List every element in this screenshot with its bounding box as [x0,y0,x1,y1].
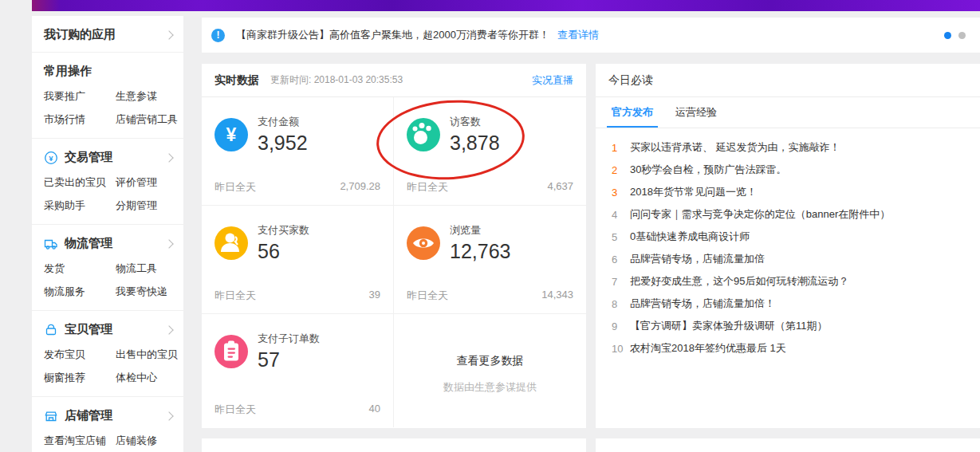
realtime-panel-header: 实时数据 更新时间: 2018-01-03 20:35:53 实况直播 [202,64,586,97]
clipboard-icon [214,335,248,368]
list-item[interactable]: 7 把爱好变成生意，这个95后如何玩转潮流运动？ [612,270,964,293]
list-item[interactable]: 9 【官方调研】卖家体验升级调研（第11期） [612,315,964,337]
sidebar-link-market[interactable]: 市场行情 [44,113,116,125]
metric-card-pay-buyers[interactable]: 支付买家数 56 昨日全天 39 [202,206,394,314]
metric-footer: 昨日全天 4,637 [407,180,573,195]
sidebar-item-items[interactable]: 宝贝管理 [44,322,177,337]
carousel-dot-1[interactable] [944,32,951,39]
metric-grid: ¥ 支付金额 3,952 昨日全天 2,709.28 [202,97,586,427]
metric-footer: 昨日全天 14,343 [407,289,573,303]
metric-label: 浏览量 [450,223,510,238]
section-title-label: 物流管理 [65,236,112,251]
info-icon: ! [211,29,225,42]
sidebar-item-trade[interactable]: ¥ 交易管理 [44,150,177,165]
item-number: 5 [612,231,630,243]
sidebar-link-sycm[interactable]: 生意参谋 [116,90,178,102]
item-number: 1 [612,142,630,154]
item-text: 30秒学会自检，预防广告法踩雷。 [630,163,786,177]
section-title-common-ops: 常用操作 [44,64,177,79]
metric-top: 访客数 3,878 [407,115,573,155]
sidebar-link-showcase[interactable]: 橱窗推荐 [44,371,116,383]
metric-meta: 访客数 3,878 [450,115,500,155]
sidebar-link-purchase-assist[interactable]: 采购助手 [44,199,116,211]
item-text: 买家以违背承诺、 延迟发货为由，实施敲诈！ [630,140,840,155]
metric-footer: 昨日全天 40 [214,403,380,417]
metric-footer: 昨日全天 39 [214,289,380,303]
metric-top: 支付子订单数 57 [214,332,380,371]
list-item[interactable]: 1 买家以违背承诺、 延迟发货为由，实施敲诈！ [612,136,964,159]
sidebar-link-logistics-tools[interactable]: 物流工具 [116,262,177,274]
realtime-data-panel: 实时数据 更新时间: 2018-01-03 20:35:53 实况直播 ¥ 支付… [202,64,586,428]
footer-value: 40 [369,403,380,417]
footer-label: 昨日全天 [214,180,256,195]
item-number: 10 [612,343,630,355]
chevron-right-icon [164,153,173,162]
svg-text:¥: ¥ [49,153,53,162]
sidebar-link-promote[interactable]: 我要推广 [44,90,116,102]
list-item[interactable]: 5 0基础快速养成电商设计师 [612,226,964,248]
tab-operation-experience[interactable]: 运营经验 [675,97,717,128]
section-title-label: 店铺管理 [65,408,112,423]
sidebar-item-logistics[interactable]: 物流管理 [44,236,177,251]
footer-label: 昨日全天 [214,289,256,303]
sidebar-link-checkup-center[interactable]: 体检中心 [116,371,178,383]
panel-title: 实时数据 [214,73,259,88]
item-text: 问问专家｜需求与竞争决定你的定位（banner在附件中） [630,207,890,222]
bottom-right-panel [596,438,980,452]
sidebar-item-my-apps[interactable]: 我订购的应用 [32,16,183,53]
sidebar-link-installments[interactable]: 分期管理 [116,199,177,211]
list-item[interactable]: 4 问问专家｜需求与竞争决定你的定位（banner在附件中） [612,203,964,226]
view-more-data-link[interactable]: 查看更多数据 [457,354,524,368]
metric-card-pageviews[interactable]: 浏览量 12,763 昨日全天 14,343 [394,206,586,314]
live-broadcast-link[interactable]: 实况直播 [532,73,573,88]
metric-meta: 支付买家数 56 [258,223,309,263]
list-item[interactable]: 10 农村淘宝2018年签约优惠最后 1天 [612,337,964,360]
section-links: 发布宝贝 出售中的宝贝 橱窗推荐 体检中心 [44,348,177,383]
metric-card-pay-suborders[interactable]: 支付子订单数 57 昨日全天 40 [202,314,394,427]
footer-value: 14,343 [541,289,573,303]
list-item[interactable]: 6 品牌营销专场，店铺流量加倍 [612,248,964,270]
sidebar-link-on-sale[interactable]: 出售中的宝贝 [116,348,178,360]
footer-value: 39 [369,289,380,303]
sidebar-section-items: 宝贝管理 发布宝贝 出售中的宝贝 橱窗推荐 体检中心 [32,311,183,397]
sidebar-link-ship[interactable]: 发货 [44,262,116,274]
metric-label: 支付金额 [258,115,308,129]
footer-label: 昨日全天 [407,180,448,195]
metric-value: 57 [258,348,320,371]
list-item[interactable]: 8 品牌营销专场，店铺流量加倍！ [612,293,964,315]
item-number: 8 [612,298,630,310]
sidebar-link-reviews[interactable]: 评价管理 [116,176,177,188]
list-item[interactable]: 2 30秒学会自检，预防广告法踩雷。 [612,159,964,181]
metric-card-pay-amount[interactable]: ¥ 支付金额 3,952 昨日全天 2,709.28 [202,97,394,206]
chevron-right-icon [164,325,173,334]
sidebar-link-send-express[interactable]: 我要寄快递 [116,285,177,297]
chevron-right-icon [164,30,173,39]
metric-card-visitors[interactable]: 访客数 3,878 昨日全天 4,637 [394,97,586,206]
item-number: 2 [612,164,630,176]
carousel-dot-2[interactable] [958,32,966,39]
metric-value: 56 [258,240,309,263]
sidebar-section-common-ops: 常用操作 我要推广 生意参谋 市场行情 店铺营销工具 [32,53,183,139]
sidebar-link-view-shop[interactable]: 查看淘宝店铺 [44,434,116,446]
tab-official-release[interactable]: 官方发布 [612,97,653,128]
item-number: 9 [612,320,630,332]
item-text: 农村淘宝2018年签约优惠最后 1天 [630,341,786,356]
item-number: 4 [612,209,630,221]
section-links: 发货 物流工具 物流服务 我要寄快递 [44,262,177,297]
sidebar-link-sold-items[interactable]: 已卖出的宝贝 [44,176,116,188]
sidebar-link-logistics-service[interactable]: 物流服务 [44,285,116,297]
carousel-dots [944,32,966,39]
sidebar-link-marketing-tools[interactable]: 店铺营销工具 [116,113,178,125]
must-read-tabs: 官方发布 运营经验 [596,97,980,128]
list-item[interactable]: 3 2018年货节常见问题一览！ [612,181,964,203]
sidebar-item-shop[interactable]: 店铺管理 [44,408,177,423]
store-icon [44,409,58,423]
metric-top: 浏览量 12,763 [407,223,573,263]
announcement-link[interactable]: 查看详情 [557,28,599,42]
bag-icon [44,323,58,337]
sidebar-link-publish-item[interactable]: 发布宝贝 [44,348,116,360]
metric-meta: 支付子订单数 57 [258,332,320,371]
top-banner [32,0,980,11]
sidebar-link-shop-decorate[interactable]: 店铺装修 [116,434,178,446]
section-links: 已卖出的宝贝 评价管理 采购助手 分期管理 [44,176,177,211]
